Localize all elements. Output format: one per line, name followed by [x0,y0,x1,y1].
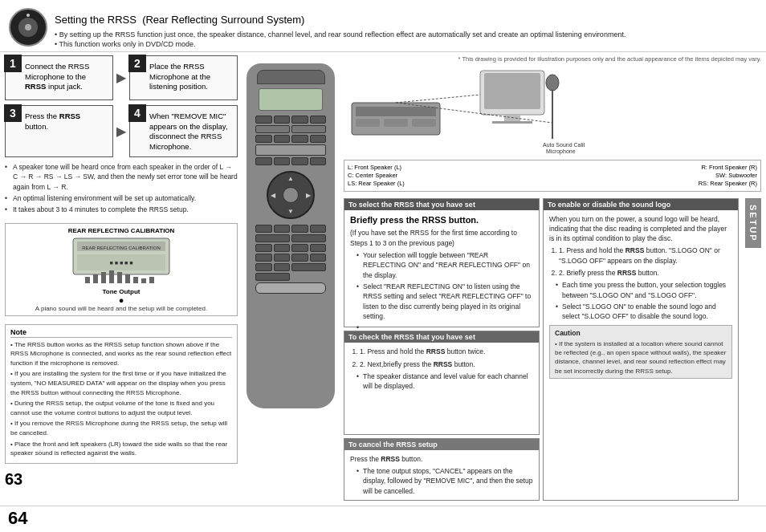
sl-b2: Select "S.LOGO ON" to enable the sound l… [556,302,732,322]
sound-logo-section: To enable or disable the sound logo When… [543,198,739,501]
select-rrss-section: To select the RRSS that you have set Bri… [344,198,540,328]
check-step-1: 1. Press and hold the RRSS button twice. [360,347,533,356]
rbtn-10 [310,135,327,143]
check-rrss-header: To check the RRSS that you have set [344,331,539,343]
tone-output-label: Tone Output [9,288,234,295]
top-right-section: * This drawing is provided for illustrat… [344,55,761,192]
check-s2-post: button. [454,360,475,368]
svg-rect-26 [412,119,436,127]
speaker-r1c2: R: Front Speaker (R) [701,164,757,171]
remote-dpad-center [283,187,299,203]
illustration-box: * This drawing is provided for illustrat… [344,55,761,192]
bullet-3: It takes about 3 to 4 minutes to complet… [5,205,238,214]
svg-text:Microphone: Microphone [546,148,576,155]
note-p1: • The RRSS button works as the RRSS setu… [10,340,232,368]
check-rrss-steps: 1. Press and hold the RRSS button twice.… [350,347,533,369]
select-b2: Select "REAR REFLECTING ON" to listen us… [357,282,533,321]
sound-logo-intro: When you turn on the power, a sound logo… [549,214,732,244]
rbtn-25 [310,244,327,252]
note-title: Note [10,328,232,338]
check-rrss-bullets: The speaker distance and level value for… [350,372,533,392]
step-2-number: 2 [128,55,146,72]
rbtn-9 [291,135,308,143]
sl-s1-pre: 1. Press and hold the [559,246,625,254]
check-rrss-section: To check the RRSS that you have set 1. P… [344,331,540,434]
step-4-text: When "REMOVE MIC" appears on the display… [149,112,232,152]
title-sub: (Rear Reflecting Surround System) [142,14,304,26]
setup-tab: SETUP [745,198,761,249]
svg-text:REAR REFLECTING CALIBRATION: REAR REFLECTING CALIBRATION [82,246,161,250]
rbtn-28 [291,254,308,262]
check-s1-bold: RRSS [426,347,446,355]
step-4-number: 4 [128,104,146,122]
svg-point-28 [546,75,559,91]
step1-text-post: input jack. [48,82,83,91]
sound-logo-header-text: To enable or disable the sound logo [548,201,670,209]
rbtn-33 [255,273,290,281]
subtitle2: • This function works only in DVD/CD mod… [55,39,625,50]
svg-rect-24 [356,119,380,127]
rbtn-23 [274,244,291,252]
cancel-press-bold: RRSS [381,455,400,463]
rbtn-3 [291,116,308,124]
caution-text: • If the system is installed at a locati… [555,339,727,376]
check-step-2: 2. Next,briefly press the RRSS button. [360,359,533,369]
step2-text: Place the RRSS Microphone at the listeni… [149,62,210,91]
remote-button-grid-2 [255,225,326,294]
rbtn-15 [310,157,327,165]
rbtn-8 [274,135,291,143]
svg-point-2 [25,24,31,30]
select-b1: Your selection will toggle between "REAR… [357,250,533,280]
rbtn-13 [274,157,291,165]
select-sub-note: (If you have set the RRSS for the first … [350,228,533,248]
speaker-row-3: LS: Rear Speaker (L) RS: Rear Speaker (R… [348,180,757,187]
select-briefly: Briefly press the RRSS button. [350,214,533,227]
right-content-wrapper: To select the RRSS that you have set Bri… [344,198,761,501]
step-arrow-1: ▶ [116,70,126,85]
cancel-b1: • The tone output stops, "CANCEL" appear… [357,466,533,496]
cancel-rrss-content: Press the RRSS button. • The tone output… [350,454,533,496]
note-p3: • During the RRSS setup, the output volu… [10,399,232,417]
sl-s2-pre: 2. Briefly press the [559,269,617,277]
check-s2-bold: RRSS [434,360,453,368]
rbtn-7 [255,135,272,143]
sl-s2-bold: RRSS [617,269,637,277]
subtitle1: • By setting up the RRSS function just o… [55,30,625,40]
header: Setting the RRSS (Rear Reflecting Surrou… [0,0,766,52]
bottom-bar: 64 [0,506,766,532]
note-box: Note • The RRSS button works as the RRSS… [5,324,238,464]
svg-rect-21 [492,121,532,124]
rbtn-27 [274,254,291,262]
right-column: * This drawing is provided for illustrat… [344,55,761,501]
svg-rect-23 [356,107,436,116]
left-bullets: A speaker tone will be heard once from e… [5,162,238,217]
step-1-text: Connect the RRSS Microphone to the RRSS … [25,62,108,92]
svg-rect-19 [484,73,540,109]
sl-b1: Each time you press the button, your sel… [556,280,732,300]
step-3-number: 3 [4,104,22,122]
page-num-right: 64 [8,508,27,529]
rbtn-29 [310,254,327,262]
sound-logo-step2: 2. Briefly press the RRSS button. [559,268,732,278]
rbtn-2 [274,116,291,124]
svg-text:■ ■ ■ ■ ■: ■ ■ ■ ■ ■ [110,260,133,266]
note-text: • The RRSS button works as the RRSS setu… [10,340,232,458]
bullet-1: A speaker tone will be heard once from e… [5,162,238,192]
svg-rect-11 [101,272,106,283]
svg-line-31 [396,95,480,103]
check-rrss-header-text: To check the RRSS that you have set [348,333,475,341]
step1-text-bold: RRSS [25,82,46,91]
check-s1-pre: 1. Press and hold the [360,347,426,355]
remote-button-grid [255,116,326,165]
speaker-r2c2: SW: Subwoofer [715,172,757,179]
step-3-text: Press the RRSS button. [25,112,108,132]
step-4-box: 4 When "REMOVE MIC" appears on the displ… [129,105,238,157]
select-rrss-content: Briefly press the RRSS button. (If you h… [350,214,533,322]
svg-text:Auto Sound Calibration: Auto Sound Calibration [543,142,585,148]
svg-point-3 [26,14,30,17]
step-2-box: 2 Place the RRSS Microphone at the liste… [129,55,238,100]
caution-box: Caution • If the system is installed at … [549,325,732,379]
header-subtitle: • By setting up the RRSS function just o… [55,30,625,50]
page: Setting the RRSS (Rear Reflecting Surrou… [0,0,766,532]
rbtn-26 [255,254,272,262]
